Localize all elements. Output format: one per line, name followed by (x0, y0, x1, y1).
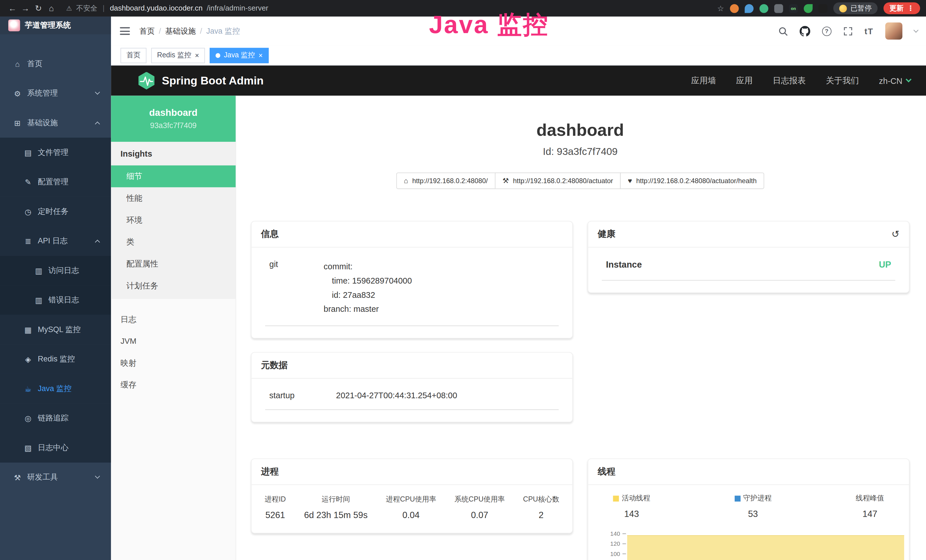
process-card-title: 进程 (251, 459, 572, 485)
proxy-on-extension-icon[interactable]: on (789, 4, 798, 12)
y-tick-label: 140 (599, 531, 620, 537)
sba-menu-mappings[interactable]: 映射 (111, 352, 236, 374)
metadata-row-startup: startup 2021-04-27T00:44:31.254+08:00 (265, 382, 559, 410)
legend-live-threads: 活动线程 143 (613, 493, 650, 519)
close-icon[interactable]: × (195, 51, 199, 59)
chevron-down-icon[interactable] (914, 28, 918, 33)
search-icon[interactable] (778, 26, 788, 36)
kebab-menu-icon: ⋮ (907, 4, 914, 12)
tab-redis-monitor[interactable]: Redis 监控 × (151, 48, 205, 63)
profile-sync-paused-chip[interactable]: 已暂停 (833, 2, 878, 14)
card-title: 元数据 (261, 360, 287, 371)
sidebar-item-label: 访问日志 (48, 265, 79, 276)
card-title: 信息 (261, 229, 278, 240)
instance-name: dashboard (149, 107, 197, 118)
close-icon[interactable]: × (259, 51, 263, 59)
sidebar-item-label: Redis 监控 (38, 354, 75, 364)
history-icon[interactable]: ↺ (891, 229, 899, 240)
sba-brand[interactable]: Spring Boot Admin (138, 72, 263, 89)
address-bar[interactable]: ⚠ 不安全 | dashboard.yudao.iocoder.cn /infr… (66, 3, 268, 13)
sidebar-item-file-mgmt[interactable]: ▤ 文件管理 (0, 138, 111, 167)
y-tick-mark (623, 543, 626, 544)
sba-menu-scheduled-tasks[interactable]: 计划任务 (111, 275, 236, 297)
extension-icon[interactable] (803, 4, 813, 12)
sba-menu-details[interactable]: 细节 (111, 165, 236, 188)
legend-peak-threads: 线程峰值 147 (856, 493, 884, 519)
sidebar-item-mysql-monitor[interactable]: ▦ MySQL 监控 (0, 315, 111, 345)
stat-label: 系统CPU使用率 (454, 494, 505, 504)
hamburger-icon[interactable] (120, 27, 130, 35)
sidebar-item-access-log[interactable]: ▥ 访问日志 (0, 256, 111, 286)
sidebar-item-home[interactable]: ⌂ 首页 (0, 49, 111, 79)
sidebar-item-system-mgmt[interactable]: ⚙ 系统管理 (0, 79, 111, 108)
reload-icon[interactable]: ↻ (32, 3, 45, 13)
header-actions: ? tT (778, 23, 918, 40)
fullscreen-icon[interactable] (843, 26, 853, 36)
extension-icon[interactable] (730, 4, 739, 12)
screen: ← → ↻ ⌂ ⚠ 不安全 | dashboard.yudao.iocoder.… (0, 0, 926, 560)
sidebar-item-tracing[interactable]: ◎ 链路追踪 (0, 403, 111, 433)
extension-icon[interactable] (774, 4, 783, 12)
extension-icon[interactable] (744, 4, 754, 12)
profile-emoji-avatar (839, 5, 847, 12)
active-dot (216, 53, 221, 58)
instance-id-line: Id: 93a3fc7f7409 (251, 146, 909, 157)
error-log-icon: ▥ (34, 295, 43, 304)
breadcrumb-home[interactable]: 首页 (139, 26, 155, 36)
tab-java-monitor[interactable]: Java 监控 × (210, 48, 268, 63)
sba-details-view: dashboard Id: 93a3fc7f7409 ⌂ http://192.… (236, 95, 926, 560)
health-url-button[interactable]: ♥ http://192.168.0.2:48080/actuator/heal… (620, 173, 764, 189)
url-domain: dashboard.yudao.iocoder.cn (110, 4, 203, 12)
github-icon[interactable] (799, 26, 810, 36)
extension-icon[interactable] (760, 4, 768, 12)
paused-label: 已暂停 (850, 3, 872, 13)
locale-selector[interactable]: zh-CN (879, 76, 911, 85)
sba-nav-applications[interactable]: 应用 (736, 75, 753, 86)
sidebar-item-config-mgmt[interactable]: ✎ 配置管理 (0, 167, 111, 197)
tab-label: Java 监控 (224, 50, 255, 60)
stat-label: 进程ID (265, 494, 286, 504)
sba-nav-about[interactable]: 关于我们 (826, 75, 859, 86)
sba-menu-logs[interactable]: 日志 (111, 309, 236, 330)
breadcrumb-infrastructure[interactable]: 基础设施 (165, 26, 196, 36)
legend-square-blue (734, 495, 740, 501)
api-log-icon: ≣ (24, 236, 33, 245)
sidebar-item-scheduled-jobs[interactable]: ◷ 定时任务 (0, 197, 111, 227)
sidebar-item-api-log[interactable]: ≣ API 日志 (0, 226, 111, 256)
sidebar-item-redis-monitor[interactable]: ◈ Redis 监控 (0, 344, 111, 374)
extension-icon[interactable] (819, 4, 827, 12)
sba-instance-sidebar: dashboard 93a3fc7f7409 Insights 细节 性能 环境… (111, 95, 236, 560)
sidebar-item-infrastructure[interactable]: ⊞ 基础设施 (0, 108, 111, 138)
font-size-icon[interactable]: tT (864, 26, 873, 36)
sba-menu-classes[interactable]: 类 (111, 231, 236, 253)
sidebar-item-error-log[interactable]: ▥ 错误日志 (0, 285, 111, 315)
sba-menu-jvm[interactable]: JVM (111, 330, 236, 352)
wrench-icon: ⚒ (502, 177, 509, 185)
tab-home[interactable]: 首页 (120, 48, 146, 63)
metadata-card: 元数据 startup 2021-04-27T00:44:31.254+08:0… (251, 352, 573, 422)
actuator-url-button[interactable]: ⚒ http://192.168.0.2:48080/actuator (495, 173, 621, 189)
bookmark-star-icon[interactable]: ☆ (717, 4, 724, 12)
chrome-update-button[interactable]: 更新 ⋮ (884, 2, 920, 14)
sidebar-item-java-monitor[interactable]: ☕ Java 监控 (0, 374, 111, 404)
metadata-card-body: startup 2021-04-27T00:44:31.254+08:00 (251, 378, 572, 422)
sba-menu-metrics[interactable]: 性能 (111, 187, 236, 209)
sidebar-item-log-center[interactable]: ▧ 日志中心 (0, 433, 111, 463)
service-url-button[interactable]: ⌂ http://192.168.0.2:48080/ (396, 173, 495, 189)
user-avatar[interactable] (885, 23, 902, 40)
home-icon[interactable]: ⌂ (45, 3, 58, 13)
app-logo[interactable]: 芋道管理系统 (0, 17, 111, 34)
process-stat-pid: 进程ID 5261 (265, 494, 286, 520)
sba-menu-caches[interactable]: 缓存 (111, 374, 236, 396)
sba-nav-wallboard[interactable]: 应用墙 (691, 75, 716, 86)
edit-icon: ✎ (24, 177, 33, 186)
sba-menu-environment[interactable]: 环境 (111, 209, 236, 231)
sidebar-item-dev-tools[interactable]: ⚒ 研发工具 (0, 462, 111, 492)
help-icon[interactable]: ? (822, 26, 831, 36)
back-icon[interactable]: ← (6, 3, 19, 13)
sba-nav-journal[interactable]: 日志报表 (773, 75, 806, 86)
annotation-overlay: Java 监控 (371, 8, 607, 41)
sba-navbar: Spring Boot Admin 应用墙 应用 日志报表 关于我们 zh-CN (111, 66, 926, 96)
forward-icon[interactable]: → (19, 3, 32, 13)
sba-menu-config-props[interactable]: 配置属性 (111, 253, 236, 275)
